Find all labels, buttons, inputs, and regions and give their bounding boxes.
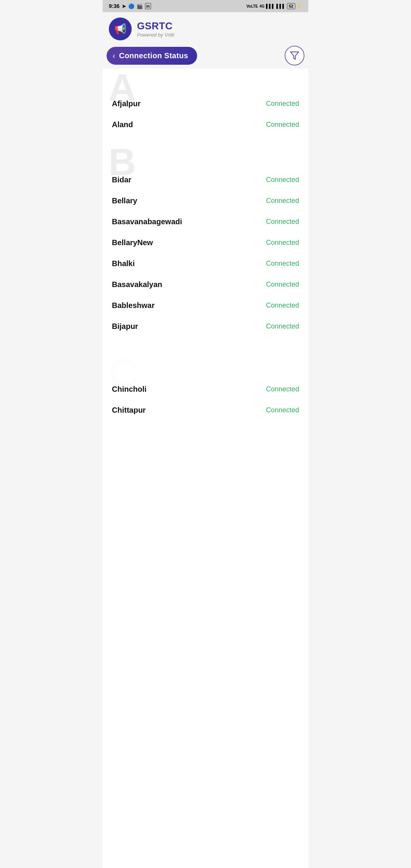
section-b-items: Bidar Connected Bellary Connected Basava… [110,147,301,337]
status-right: VoLTE 4G ▌▌▌ ▌▌▌ 52 ⚡ [246,3,302,9]
filter-icon [290,51,299,61]
status-bar: 9:36 ➤ 🔵 🎬 in VoLTE 4G ▌▌▌ ▌▌▌ 52 ⚡ [103,0,308,12]
list-item: BellaryNew Connected [110,232,301,253]
list-item: Bableshwar Connected [110,295,301,316]
app-icon-1: 🎬 [137,3,143,9]
item-status-bellary: Connected [266,197,299,205]
item-status-bableshwar: Connected [266,302,299,310]
volte-icon: VoLTE [246,4,258,8]
filter-button[interactable] [285,46,304,65]
location-icon: ➤ [122,3,126,9]
item-name-basavanabagewadi: Basavanabagewadi [112,217,182,226]
svg-marker-0 [290,52,299,59]
item-name-bijapur: Bijapur [112,322,138,331]
nav-bar: ‹ Connection Status [103,46,308,65]
app-logo: 📢 [109,18,132,40]
item-status-basavanabagewadi: Connected [266,218,299,226]
item-name-aland: Aland [112,120,133,129]
list-item: Aland Connected [110,114,301,135]
list-item: Bellary Connected [110,190,301,211]
item-name-chittapur: Chittapur [112,406,146,415]
logo-icon: 📢 [114,23,126,35]
item-status-chincholi: Connected [266,385,299,393]
back-arrow-icon: ‹ [113,51,115,60]
item-status-bijapur: Connected [266,322,299,330]
item-name-chincholi: Chincholi [112,385,147,394]
list-item: Bhalki Connected [110,253,301,274]
item-status-bellarynew: Connected [266,239,299,247]
section-b: B Bidar Connected Bellary Connected Basa… [110,143,301,337]
battery-charging: ⚡ [297,4,302,9]
status-time: 9:36 [109,3,119,9]
page-title: Connection Status [119,51,188,60]
item-name-afjalpur: Afjalpur [112,99,141,108]
item-status-basavakalyan: Connected [266,281,299,289]
bluetooth-icon: 🔵 [128,3,134,9]
back-button[interactable]: ‹ Connection Status [107,47,197,65]
status-left: 9:36 ➤ 🔵 🎬 in [109,3,151,9]
item-name-bableshwar: Bableshwar [112,301,155,310]
item-name-bellary: Bellary [112,196,137,205]
list-item: Afjalpur Connected [110,93,301,114]
app-title-block: GSRTC Powered by Vritti [137,20,174,38]
item-status-afjalpur: Connected [266,100,299,108]
item-status-bhalki: Connected [266,260,299,268]
app-title: GSRTC [137,20,174,32]
section-c-items: Chincholi Connected Chittapur Connected [110,352,301,421]
section-a-items: Afjalpur Connected Aland Connected [110,72,301,135]
list-item: Basavakalyan Connected [110,274,301,295]
network-4g: 4G [260,4,264,8]
app-header: 📢 GSRTC Powered by Vritti [103,12,308,46]
list-item: Chincholi Connected [110,379,301,400]
item-name-bellarynew: BellaryNew [112,238,153,247]
item-name-bidar: Bidar [112,176,131,184]
item-name-basavakalyan: Basavakalyan [112,280,162,289]
section-a: A Afjalpur Connected Aland Connected [110,69,301,135]
list-item: Basavanabagewadi Connected [110,211,301,232]
item-name-bhalki: Bhalki [112,259,135,268]
section-c: C Chincholi Connected Chittapur Connecte… [110,348,301,421]
list-item: Chittapur Connected [110,400,301,421]
signal-bars-2: ▌▌▌ [276,4,285,8]
list-item: Bijapur Connected [110,316,301,337]
content-area: A Afjalpur Connected Aland Connected B B… [103,69,308,868]
app-icon-2: in [145,3,151,9]
app-subtitle: Powered by Vritti [137,32,174,38]
signal-bars: ▌▌▌ [266,4,275,8]
list-item: Bidar Connected [110,169,301,190]
item-status-chittapur: Connected [266,406,299,414]
item-status-bidar: Connected [266,176,299,184]
item-status-aland: Connected [266,121,299,129]
battery: 52 [287,3,295,9]
